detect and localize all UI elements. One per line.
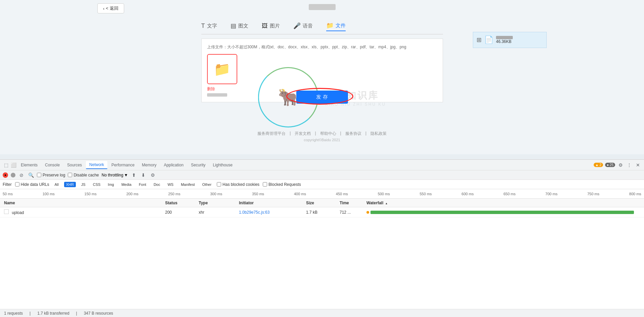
file-icon: 📁 <box>326 22 334 29</box>
tab-network[interactable]: Network <box>86 161 107 169</box>
filter-doc[interactable]: Doc <box>152 182 162 187</box>
file-preview-container: 📁 删除 <box>207 54 237 97</box>
filter-ws[interactable]: WS <box>165 182 176 187</box>
has-blocked-checkbox[interactable]: Has blocked cookies <box>217 182 259 187</box>
timeline-200ms: 200 ms <box>126 192 138 196</box>
service-link-sep-1: | <box>290 131 291 137</box>
tab-lighthouse[interactable]: Lighthouse <box>209 161 236 169</box>
right-panel-file-icon: 📄 <box>484 36 493 44</box>
timeline-500ms: 500 ms <box>378 192 390 196</box>
right-panel-size: 46.36KB <box>496 39 513 44</box>
has-blocked-input[interactable] <box>217 182 221 187</box>
timeline-400ms: 400 ms <box>294 192 306 196</box>
header-name: Name <box>3 201 164 205</box>
save-button[interactable]: 发 存 <box>296 91 348 104</box>
tab-file[interactable]: 📁 文件 <box>326 22 346 31</box>
service-links: 服务商管理平台 | 开发文档 | 帮助中心 | 服务协议 | 隐私政策 <box>257 131 387 137</box>
header-type: Type <box>197 201 238 205</box>
tab-audio-label: 语音 <box>303 23 313 29</box>
grid-icon: ⊞ <box>477 36 482 44</box>
disable-cache-checkbox[interactable]: Disable cache <box>68 173 99 177</box>
header-size: Size <box>305 201 338 205</box>
close-devtools-icon[interactable]: ✕ <box>635 162 641 168</box>
tab-image-label: 图片 <box>270 23 280 29</box>
tab-console[interactable]: Console <box>42 161 63 169</box>
filter-icon[interactable]: ⊘ <box>18 172 25 178</box>
filter-js[interactable]: JS <box>79 182 88 187</box>
filter-css[interactable]: CSS <box>91 182 103 187</box>
timeline-100ms: 100 ms <box>43 192 55 196</box>
timeline-250ms: 250 ms <box>168 192 180 196</box>
cell-name: upload <box>3 209 164 215</box>
devtools-badge-area: ▲ 2 ● 25 ⚙ ⋮ ✕ <box>594 162 641 168</box>
blocked-requests-input[interactable] <box>263 182 267 187</box>
blocked-requests-checkbox[interactable]: Blocked Requests <box>263 182 301 187</box>
settings2-icon[interactable]: ⚙ <box>149 172 156 178</box>
export-icon[interactable]: ⬇ <box>140 172 147 178</box>
has-blocked-label: Has blocked cookies <box>222 182 259 187</box>
filter-xhr[interactable]: XHR <box>64 182 76 187</box>
device-toolbar-icon[interactable]: ⬜ <box>10 162 17 168</box>
inspect-element-icon[interactable]: ⬚ <box>3 162 9 168</box>
more-options-icon[interactable]: ⋮ <box>626 162 633 168</box>
timeline-700ms: 700 ms <box>545 192 557 196</box>
save-btn-wrapper: 发 存 <box>296 91 348 104</box>
timeline-300ms: 300 ms <box>210 192 222 196</box>
header-waterfall: Waterfall ▲ <box>365 201 641 205</box>
timeline-50ms: 50 ms <box>3 192 13 196</box>
back-label: < 返回 <box>106 5 118 11</box>
initiator-link[interactable]: 1.0b29e75c.js:63 <box>239 210 269 215</box>
settings-icon[interactable]: ⚙ <box>617 162 624 168</box>
row-checkbox[interactable] <box>4 209 9 214</box>
hide-data-urls-input[interactable] <box>15 182 19 187</box>
filter-font[interactable]: Font <box>137 182 148 187</box>
disable-cache-input[interactable] <box>68 173 72 177</box>
hide-data-urls-label: Hide data URLs <box>21 182 49 187</box>
tab-article[interactable]: ▤ 图文 <box>231 22 248 31</box>
tab-performance[interactable]: Performance <box>108 161 138 169</box>
timeline-650ms: 650 ms <box>503 192 515 196</box>
import-icon[interactable]: ⬆ <box>131 172 137 178</box>
upload-hint: 上传文件：大小不超过300M，格式txt、doc、docx、xlsx、xls、p… <box>207 44 437 50</box>
preserve-log-checkbox[interactable]: Preserve log <box>37 173 65 177</box>
filter-other[interactable]: Other <box>200 182 214 187</box>
audio-icon: 🎤 <box>293 22 301 30</box>
timeline-550ms: 550 ms <box>419 192 432 196</box>
back-button[interactable]: ‹ < 返回 <box>97 3 124 13</box>
tab-image[interactable]: 🖼 图片 <box>262 22 280 31</box>
cell-time: 712 ... <box>338 210 365 215</box>
file-actions: 删除 <box>207 86 237 97</box>
table-row[interactable]: upload 200 xhr 1.0b29e75c.js:63 1.7 kB 7… <box>0 207 644 217</box>
filter-label: Filter <box>3 182 12 187</box>
service-link-1: 服务商管理平台 <box>257 131 286 137</box>
right-panel-info: 46.36KB <box>496 36 513 44</box>
preserve-log-input[interactable] <box>37 173 41 177</box>
record-button[interactable]: ● <box>3 172 8 178</box>
filter-all[interactable]: All <box>52 182 60 187</box>
tab-memory[interactable]: Memory <box>139 161 160 169</box>
filter-img[interactable]: Img <box>106 182 116 187</box>
status-separator-2: | <box>76 311 77 316</box>
clear-button[interactable] <box>11 173 15 177</box>
search-icon[interactable]: 🔍 <box>28 172 34 178</box>
cell-initiator: 1.0b29e75c.js:63 <box>238 210 305 215</box>
timeline-150ms: 150 ms <box>85 192 97 196</box>
throttle-select[interactable]: No throttling ▼ <box>102 173 128 177</box>
header-time: Time <box>338 201 365 205</box>
file-preview-box: 📁 <box>207 54 237 84</box>
tab-elements[interactable]: Elements <box>17 161 41 169</box>
cell-waterfall <box>365 210 641 214</box>
delete-link[interactable]: 删除 <box>207 86 237 92</box>
tab-sources[interactable]: Sources <box>64 161 85 169</box>
filter-media[interactable]: Media <box>119 182 134 187</box>
service-link-4: 服务协议 <box>345 131 361 137</box>
tab-text[interactable]: T 文字 <box>201 22 217 31</box>
tab-application[interactable]: Application <box>160 161 187 169</box>
filter-manifest[interactable]: Manifest <box>179 182 197 187</box>
right-panel-filename <box>496 36 513 39</box>
cell-type: xhr <box>197 210 238 215</box>
tab-audio[interactable]: 🎤 语音 <box>293 22 313 31</box>
tab-security[interactable]: Security <box>188 161 209 169</box>
hide-data-urls-checkbox[interactable]: Hide data URLs <box>15 182 49 187</box>
throttle-label: No throttling <box>102 173 123 177</box>
